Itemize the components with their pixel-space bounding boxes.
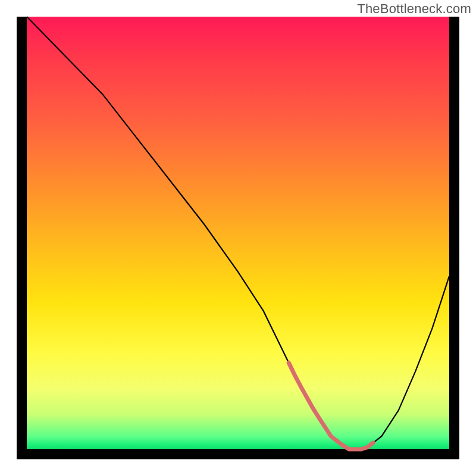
chart-container: TheBottleneck.com [0, 0, 476, 476]
chart-frame [17, 17, 459, 459]
watermark-text: TheBottleneck.com [357, 1, 471, 17]
bottleneck-curve [27, 17, 449, 449]
plot-area [27, 17, 449, 449]
curve-svg [27, 17, 449, 449]
optimal-range-highlight [289, 363, 373, 449]
